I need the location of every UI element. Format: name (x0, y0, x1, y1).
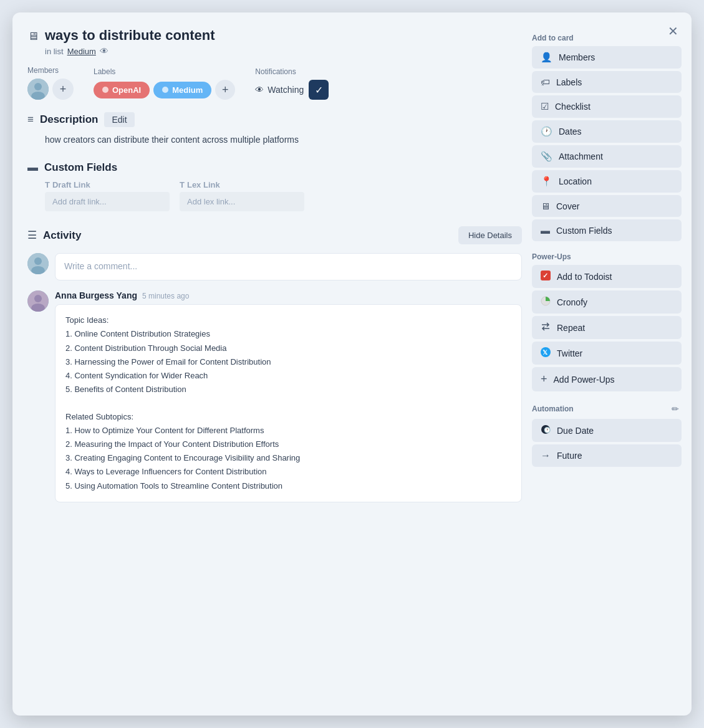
activity-title-row: ☰ Activity (27, 229, 81, 242)
custom-fields-icon-sidebar: ▬ (541, 225, 550, 236)
cronofy-icon (541, 296, 551, 308)
sidebar-twitter-button[interactable]: 𝕏 Twitter (532, 342, 682, 365)
attachment-icon: 📎 (541, 151, 552, 162)
cf-field-draft-name: Draft Link (52, 180, 90, 189)
sidebar-todoist-button[interactable]: ✓ Add to Todoist (532, 265, 682, 288)
automation-label: Automation (532, 405, 574, 413)
power-ups-label: Power-Ups (532, 252, 682, 261)
watching-check-badge[interactable]: ✓ (309, 80, 329, 100)
watching-label: 👁 Watching (255, 85, 304, 95)
sidebar-due-date-button[interactable]: 🕐 Due Date (532, 419, 682, 442)
svg-point-7 (34, 295, 42, 302)
sidebar-due-date-label: Due Date (557, 426, 594, 436)
svg-text:✓: ✓ (542, 272, 548, 279)
sidebar-members-button[interactable]: 👤 Members (532, 46, 682, 69)
member-avatar[interactable] (27, 79, 49, 100)
sidebar-repeat-button[interactable]: Repeat (532, 316, 682, 339)
list-name-link[interactable]: Medium (67, 47, 96, 56)
close-button[interactable]: ✕ (663, 21, 683, 41)
label-medium[interactable]: Medium (153, 82, 211, 98)
cf-field-lex-input[interactable]: Add lex link... (180, 192, 304, 211)
automation-row: Automation ✏ (532, 403, 682, 415)
sidebar-add-power-ups-label: Add Power-Ups (554, 375, 615, 385)
sidebar-twitter-label: Twitter (557, 348, 582, 358)
sidebar-members-label: Members (559, 52, 595, 62)
sidebar-dates-label: Dates (559, 127, 582, 136)
activity-item: Anna Burgess Yang 5 minutes ago Topic Id… (27, 290, 522, 502)
notifications-row: 👁 Watching ✓ (255, 80, 329, 100)
sidebar-future-button[interactable]: → Future (532, 444, 682, 467)
add-member-button[interactable]: + (52, 79, 74, 100)
sidebar-cover-button[interactable]: 🖥 Cover (532, 195, 682, 217)
labels-label: Labels (94, 67, 235, 76)
add-label-button[interactable]: + (215, 80, 235, 100)
comment-input[interactable]: Write a comment... (55, 253, 522, 280)
card-title-icon: 🖥 (27, 30, 39, 43)
sidebar-labels-button[interactable]: 🏷 Labels (532, 71, 682, 93)
custom-fields-header: ▬ Custom Fields (27, 161, 522, 174)
sidebar-todoist-label: Add to Todoist (557, 272, 612, 282)
notifications-label: Notifications (255, 67, 329, 76)
members-icon: 👤 (541, 52, 552, 63)
activity-time: 5 minutes ago (142, 292, 189, 300)
comment-row: Write a comment... (27, 253, 522, 280)
label-openai[interactable]: OpenAI (94, 82, 150, 98)
labels-row: OpenAI Medium + (94, 80, 235, 100)
sidebar-repeat-label: Repeat (557, 323, 585, 333)
members-row: + (27, 79, 74, 100)
in-list-text: in list (45, 47, 64, 56)
sidebar-future-label: Future (557, 451, 582, 461)
watching-text: Watching (268, 85, 304, 95)
main-content: 🖥 ways to distribute content in list Med… (27, 27, 522, 701)
sidebar-location-label: Location (559, 176, 592, 186)
cf-field-draft: T Draft Link Add draft link... (45, 180, 170, 211)
activity-body: Topic Ideas: 1. Online Content Distribut… (55, 304, 522, 502)
label-dot-medium (162, 87, 168, 93)
location-icon: 📍 (541, 176, 552, 187)
cover-icon: 🖥 (541, 201, 550, 211)
sidebar-checklist-button[interactable]: ☑ Checklist (532, 95, 682, 118)
sidebar-cronofy-button[interactable]: Cronofy (532, 290, 682, 314)
activity-author-row: Anna Burgess Yang 5 minutes ago (55, 290, 522, 300)
activity-header: ☰ Activity Hide Details (27, 226, 522, 244)
activity-icon: ☰ (27, 229, 37, 242)
sidebar-labels-label: Labels (556, 77, 582, 87)
card-list-ref: in list Medium 👁 (45, 46, 522, 56)
add-power-ups-icon: + (541, 373, 547, 386)
cf-field-lex: T Lex Link Add lex link... (180, 180, 304, 211)
activity-section: ☰ Activity Hide Details Write a comment.… (27, 226, 522, 502)
sidebar-dates-button[interactable]: 🕐 Dates (532, 120, 682, 143)
sidebar-location-button[interactable]: 📍 Location (532, 170, 682, 193)
custom-fields-icon: ▬ (27, 161, 38, 174)
labels-section: Labels OpenAI Medium + (94, 67, 235, 100)
automation-edit-button[interactable]: ✏ (669, 403, 682, 415)
labels-icon: 🏷 (541, 77, 550, 87)
card-header: 🖥 ways to distribute content (27, 27, 522, 44)
dates-icon: 🕐 (541, 126, 552, 137)
due-date-icon: 🕐 (541, 424, 551, 436)
description-icon: ≡ (27, 113, 34, 126)
cf-field-draft-input[interactable]: Add draft link... (45, 192, 170, 211)
sidebar-cover-label: Cover (556, 201, 579, 211)
sidebar-add-power-ups-button[interactable]: + Add Power-Ups (532, 367, 682, 391)
cf-field-lex-name: Lex Link (187, 180, 220, 189)
future-icon: → (541, 450, 551, 461)
description-title: Description (40, 113, 99, 126)
sidebar-attachment-button[interactable]: 📎 Attachment (532, 145, 682, 168)
add-to-card-label: Add to card (532, 34, 682, 42)
todoist-icon: ✓ (541, 271, 551, 282)
svg-text:𝕏: 𝕏 (542, 349, 548, 356)
activity-content: Anna Burgess Yang 5 minutes ago Topic Id… (55, 290, 522, 502)
custom-fields-section: ▬ Custom Fields T Draft Link Add draft l… (27, 161, 522, 211)
twitter-icon: 𝕏 (541, 347, 551, 359)
hide-details-button[interactable]: Hide Details (458, 226, 522, 244)
repeat-icon (541, 322, 551, 333)
label-openai-text: OpenAI (112, 85, 141, 95)
label-dot (102, 87, 108, 93)
members-label: Members (27, 66, 74, 75)
cf-fields-row: T Draft Link Add draft link... T Lex Lin… (45, 180, 522, 211)
meta-row: Members + Labels (27, 66, 522, 100)
sidebar-custom-fields-button[interactable]: ▬ Custom Fields (532, 219, 682, 241)
commenter-avatar (27, 253, 49, 274)
description-edit-button[interactable]: Edit (104, 112, 134, 127)
